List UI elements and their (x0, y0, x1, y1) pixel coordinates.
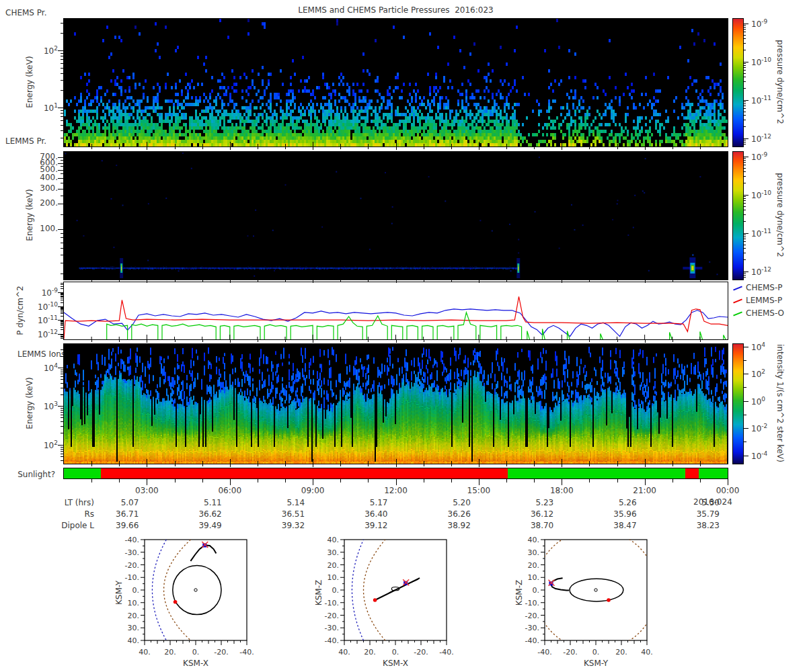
colorbar-minor-tick (743, 77, 746, 77)
pressure-colorbar-1 (732, 18, 744, 147)
x-axis-label: KSM-Y (584, 659, 609, 668)
colorbar-minor-tick (743, 214, 746, 215)
y-minor-tick (61, 274, 63, 274)
x-tick-label: -40. (537, 648, 551, 657)
y-minor-tick (61, 376, 63, 377)
y-tick (58, 170, 63, 171)
y-minor-tick (61, 334, 63, 335)
hour-tick (285, 464, 286, 466)
y-minor-tick (61, 374, 63, 374)
y-minor-tick (61, 90, 63, 91)
y-minor-tick (61, 379, 63, 380)
hour-tick (589, 147, 590, 149)
y-tick-label: -40. (325, 636, 339, 645)
lemms-spectrogram-canvas (64, 152, 728, 280)
y-tick-label: 200. (11, 198, 58, 208)
hour-tick (119, 280, 120, 282)
colorbar-minor-tick (743, 65, 746, 66)
colorbar-minor-tick (743, 142, 746, 142)
hour-tick (368, 280, 369, 282)
y-minor-tick (61, 447, 63, 448)
colorbar-minor-tick (743, 277, 746, 278)
ephemeris-value: 36.12 (513, 509, 553, 519)
hour-tick (258, 464, 258, 466)
y-minor-tick (61, 426, 63, 427)
hour-tick (562, 464, 562, 467)
colorbar-minor-tick (743, 442, 746, 442)
pressure-plot-panel (63, 282, 728, 340)
y-minor-tick (61, 456, 63, 457)
colorbar-minor-tick (743, 25, 746, 26)
y-minor-tick (61, 451, 63, 452)
y-minor-tick (61, 237, 63, 238)
ephemeris-value: 38.23 (679, 521, 720, 530)
legend-item: CHEMS-O (733, 307, 804, 320)
colorbar-minor-tick (743, 415, 746, 415)
hour-tick (506, 147, 507, 149)
colorbar-minor-tick (743, 103, 746, 104)
y-minor-tick (61, 233, 63, 234)
sunlight-segment-day (699, 468, 728, 478)
hour-tick (672, 147, 673, 149)
time-tick (91, 479, 92, 482)
y-tick-label: 300. (11, 183, 58, 193)
legend-dash (733, 311, 742, 316)
ephemeris-value: 38.47 (597, 521, 637, 530)
y-tick-label: 0. (533, 586, 540, 595)
hour-tick (202, 280, 203, 282)
y-minor-tick (61, 408, 63, 409)
colorbar-minor-tick (743, 203, 746, 204)
colorbar-minor-tick (743, 387, 746, 388)
hour-tick (258, 147, 258, 149)
ephemeris-value: 36.26 (430, 509, 471, 519)
colorbar-minor-tick (743, 235, 746, 235)
ephemeris-value: 39.66 (98, 521, 139, 530)
y-tick-label: 10-9 (11, 287, 58, 298)
hour-tick (91, 464, 92, 466)
y-tick-label: 10. (328, 573, 340, 582)
x-tick-label: -40. (439, 648, 453, 657)
ephemeris-value: 38.92 (430, 521, 471, 530)
chems-spectrogram-panel (63, 18, 728, 147)
colorbar-minor-tick (743, 27, 746, 28)
colorbar-minor-tick (743, 126, 746, 127)
colorbar-tick (743, 271, 748, 272)
hour-tick (700, 280, 701, 282)
y-tick-label: 102 (11, 439, 58, 450)
y-minor-tick (61, 298, 63, 298)
hour-tick (119, 147, 120, 149)
y-tick-label: 103 (11, 401, 58, 411)
y-minor-tick (61, 263, 63, 263)
y-axis-label: KSM-Y (114, 580, 124, 605)
time-tick (589, 479, 590, 482)
pressure-colorbar-canvas-1 (733, 19, 743, 146)
y-tick-label: -20. (525, 612, 539, 620)
colorbar-tick-label: 104 (751, 341, 792, 352)
y-minor-tick (61, 286, 63, 287)
y-minor-tick (61, 412, 63, 413)
x-axis-label: KSM-X (183, 659, 208, 668)
colorbar-tick-label: 10-10 (751, 190, 792, 200)
colorbar-minor-tick (743, 206, 746, 207)
colorbar-tick-label: 10-2 (751, 423, 792, 433)
x-tick-label: 20. (615, 648, 627, 657)
y-minor-tick (61, 296, 63, 296)
pressure-colorbar-2 (732, 151, 744, 280)
y-minor-tick (61, 309, 63, 310)
y-minor-tick (61, 73, 63, 74)
ions-spectrogram-canvas (64, 344, 728, 464)
hour-tick (313, 280, 313, 283)
colorbar-tick-label: 10-10 (751, 56, 792, 67)
pressure-colorbar-canvas-2 (733, 152, 743, 280)
colorbar-tick (743, 100, 748, 101)
time-tick (479, 479, 479, 485)
y-tick-label: -30. (325, 624, 339, 632)
time-tick (119, 479, 120, 482)
figure-title: LEMMS and CHEMS Particle Pressures 2016:… (64, 5, 728, 15)
y-axis-label: KSM-Z (314, 580, 323, 605)
y-minor-tick (61, 323, 63, 324)
y-tick-label: 10. (128, 599, 140, 607)
x-tick-label: 40. (139, 648, 151, 657)
y-tick-label: 101 (11, 102, 58, 113)
y-minor-tick (61, 160, 63, 161)
